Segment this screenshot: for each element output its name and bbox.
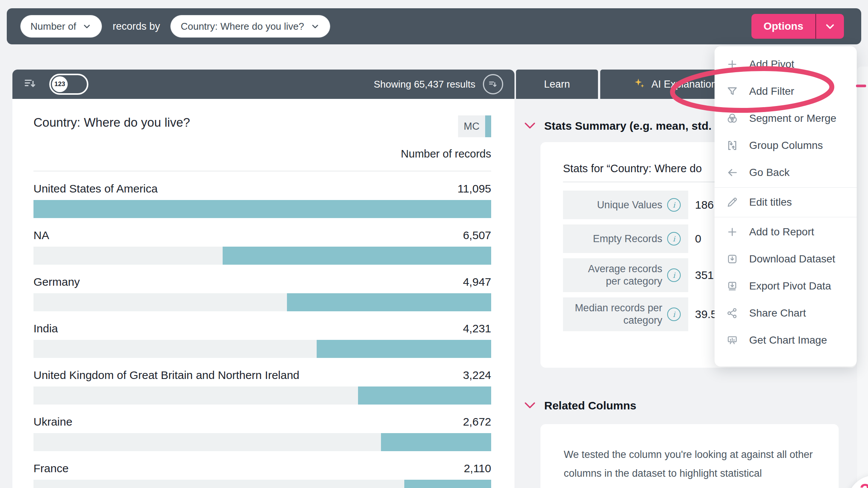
menu-item-label: Add to Report [749, 226, 814, 238]
funnel-icon [726, 85, 739, 98]
measure-dropdown-value: Number of [30, 21, 76, 32]
bar-track [33, 340, 491, 358]
bar-row[interactable]: Germany4,947 [33, 275, 491, 311]
stat-label: Unique Values [597, 199, 662, 211]
bar-track [33, 433, 491, 451]
info-icon[interactable]: i [667, 308, 681, 321]
stats-summary-section-header[interactable]: Stats Summary (e.g. mean, std. d [524, 120, 722, 132]
related-columns-description: We tested the column you're looking at a… [564, 445, 815, 488]
stat-label: Empty Records [593, 233, 662, 245]
bar-value-label: 3,224 [463, 368, 491, 382]
bar-row[interactable]: NA6,507 [33, 229, 491, 265]
stats-summary-section-title: Stats Summary (e.g. mean, std. d [544, 120, 722, 132]
numeric-format-toggle-knob: 123 [52, 76, 68, 92]
menu-item-label: Add Pivot [749, 58, 794, 70]
menu-item-label: Edit titles [749, 196, 792, 208]
menu-item-segment-or-merge[interactable]: Segment or Merge [715, 105, 857, 132]
bar-category-label: France [33, 462, 68, 475]
bar-fill [33, 200, 491, 218]
menu-item-group-columns[interactable]: Group Columns [715, 132, 857, 159]
column-type-badge: MC [458, 115, 491, 137]
right-panel-edge [857, 67, 868, 488]
bar-fill [381, 433, 491, 451]
plus-icon [726, 58, 739, 71]
chevron-down-icon [524, 399, 536, 412]
options-button[interactable]: Options [751, 14, 844, 39]
chevron-down-icon [82, 21, 92, 31]
related-columns-section-header[interactable]: Related Columns [524, 399, 636, 412]
app-window: Number of records by Country: Where do y… [0, 0, 868, 488]
info-icon[interactable]: i [667, 268, 681, 282]
download-icon [726, 253, 739, 265]
chevron-down-icon [524, 120, 536, 132]
bar-row[interactable]: France2,110 [33, 462, 491, 488]
menu-item-add-to-report[interactable]: Add to Report [715, 218, 857, 246]
share-icon [726, 307, 739, 320]
menu-item-share-chart[interactable]: Share Chart [715, 300, 857, 327]
bar-row[interactable]: United States of America11,095 [33, 182, 491, 218]
menu-item-add-filter[interactable]: Add Filter [715, 78, 857, 105]
bar-value-label: 2,110 [464, 462, 491, 475]
menu-item-label: Download Dataset [749, 253, 835, 265]
bar-track [33, 293, 491, 311]
bar-value-label: 4,947 [463, 275, 491, 289]
bar-value-label: 6,507 [463, 229, 491, 242]
dimension-dropdown[interactable]: Country: Where do you live? [170, 15, 330, 38]
bar-fill [404, 480, 491, 488]
menu-item-export-pivot-data[interactable]: Export Pivot Data [715, 273, 857, 300]
chart-panel: 123 Showing 65,437 results Country: Wher… [12, 70, 514, 488]
bar-track [33, 386, 491, 405]
arrow-left-icon [726, 166, 739, 179]
bar-category-label: Germany [33, 275, 80, 289]
chart-title: Country: Where do you live? [33, 115, 190, 130]
bar-category-label: Ukraine [33, 415, 72, 429]
bar-value-label: 4,231 [463, 322, 491, 335]
bar-category-label: United States of America [33, 182, 158, 196]
menu-item-download-dataset[interactable]: Download Dataset [715, 246, 857, 273]
chart-board-icon [726, 334, 739, 347]
tab-learn[interactable]: Learn [516, 70, 598, 99]
related-columns-card: We tested the column you're looking at a… [540, 424, 839, 488]
column-type-badge-strip [485, 115, 491, 137]
info-icon[interactable]: i [667, 198, 681, 212]
connector-text: records by [112, 21, 160, 32]
menu-divider [715, 187, 857, 188]
bar-category-label: NA [33, 229, 49, 242]
sort-results-button[interactable] [483, 74, 503, 94]
chart-toolbar: 123 Showing 65,437 results [12, 70, 514, 99]
pencil-icon [726, 196, 739, 209]
menu-item-go-back[interactable]: Go Back [715, 159, 857, 186]
export-icon [726, 280, 739, 292]
bar-fill [287, 293, 491, 311]
bar-row[interactable]: Ukraine2,672 [33, 415, 491, 451]
bar-row[interactable]: India4,231 [33, 322, 491, 358]
info-icon[interactable]: i [667, 232, 681, 246]
bar-fill [317, 340, 491, 358]
plus-icon [726, 226, 739, 238]
menu-item-add-pivot[interactable]: Add Pivot [715, 51, 857, 78]
chevron-down-icon [310, 21, 320, 31]
bar-fill [358, 386, 491, 405]
menu-item-edit-titles[interactable]: Edit titles [715, 189, 857, 216]
dimension-dropdown-value: Country: Where do you live? [181, 21, 304, 32]
sort-icon[interactable] [24, 77, 36, 91]
measure-dropdown[interactable]: Number of [20, 15, 102, 38]
stat-label: Average records per category [571, 263, 662, 288]
menu-item-label: Go Back [749, 167, 789, 179]
group-columns-icon [726, 139, 739, 152]
options-caret-button[interactable] [816, 14, 844, 39]
bar-track [33, 200, 491, 218]
bar-value-label: 11,095 [457, 182, 491, 196]
bar-category-label: United Kingdom of Great Britain and Nort… [33, 368, 299, 382]
numeric-format-toggle[interactable]: 123 [49, 74, 88, 95]
menu-item-label: Segment or Merge [749, 112, 836, 124]
bar-row[interactable]: United Kingdom of Great Britain and Nort… [33, 368, 491, 405]
query-builder-bar: Number of records by Country: Where do y… [7, 8, 861, 44]
chart-divider [33, 171, 491, 171]
menu-item-get-chart-image[interactable]: Get Chart Image [715, 327, 857, 354]
menu-item-label: Share Chart [749, 307, 806, 319]
help-button-label: ? [860, 480, 868, 488]
menu-item-label: Group Columns [749, 139, 823, 152]
stat-value: 39.5 [688, 297, 717, 331]
bar-fill [223, 247, 491, 265]
